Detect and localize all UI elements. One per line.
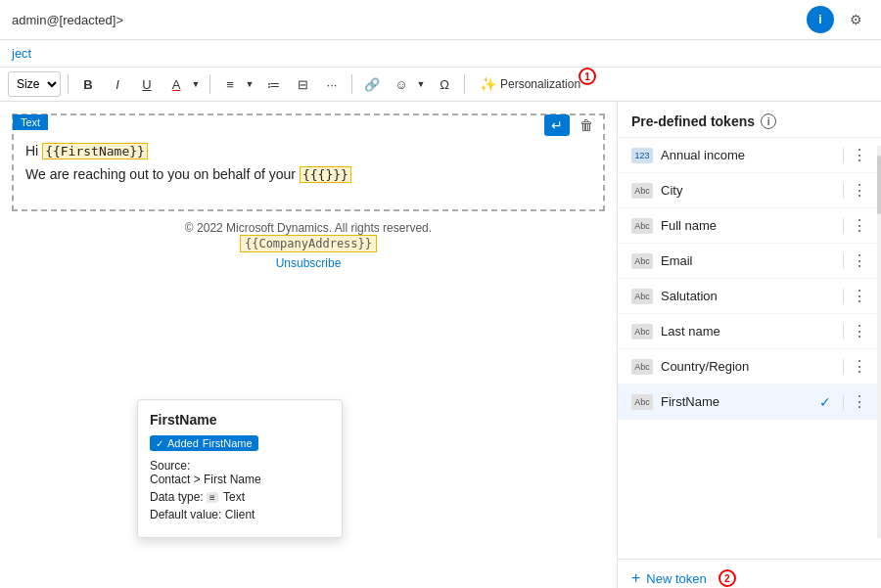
emoji-group: ☺ ▼ [389,71,428,97]
token-more-first-name[interactable]: ⋮ [852,392,867,411]
tooltip-datatype-label: Data type: [150,490,204,504]
token-more-salutation[interactable]: ⋮ [852,287,867,305]
footer-company-token: {{CompanyAddress}} [22,235,595,252]
tooltip-datatype-icon: ≡ [207,492,218,503]
text-line-2: We are reaching out to you on behalf of … [25,166,591,182]
subject-label: ject [12,46,31,61]
tooltip-default-row: Default value: Client [150,508,330,521]
tooltip-default-label: Default value: [150,508,221,521]
panel-scrollbar[interactable] [877,146,881,538]
personalization-button[interactable]: ✨ Personalization 1 [472,73,588,95]
tooltip-source-value: Contact > First Name [150,473,261,486]
token-name-city: City [661,183,835,198]
token-name-email: Email [661,253,835,268]
token-divider-last-name [843,324,844,339]
incomplete-token: {{{}}} [300,166,351,183]
align-button[interactable]: ≡ [217,71,243,97]
tooltip-default-value: Client [225,508,255,521]
token-item-salutation[interactable]: Abc Salutation ⋮ [618,279,881,314]
token-more-city[interactable]: ⋮ [852,181,867,200]
link-button[interactable]: 🔗 [359,71,385,97]
font-color-group: A ▼ [163,71,203,97]
align-group: ≡ ▼ [217,71,256,97]
toolbar-divider-3 [351,74,352,94]
text-content: Hi {{FirstName}} We are reaching out to … [25,143,591,182]
token-icon-city: Abc [631,183,653,199]
token-divider-country-region [843,359,844,375]
token-more-annual-income[interactable]: ⋮ [852,146,867,164]
tooltip-badge: ✓ Added FirstName [150,435,258,451]
personalization-badge: 1 [579,68,596,85]
text-block-actions: ↵ 🗑 [544,114,599,136]
size-select[interactable]: Size [8,71,61,97]
tooltip-added-name: FirstName [203,437,253,449]
settings-button[interactable]: ⚙ [842,6,869,33]
top-bar: admin@[redacted]> i ⚙ [0,0,881,40]
token-more-full-name[interactable]: ⋮ [852,216,867,235]
token-item-city[interactable]: Abc City ⋮ [618,173,881,208]
first-name-token: {{FirstName}} [42,143,148,159]
tooltip-added-label: Added [167,437,199,449]
new-token-label: New token [646,571,706,586]
token-item-last-name[interactable]: Abc Last name ⋮ [618,314,881,349]
token-divider-salutation [843,289,844,304]
token-icon-salutation: Abc [631,289,653,304]
user-email: admin@[redacted]> [12,13,123,27]
toolbar: Size B I U A ▼ ≡ ▼ ≔ ⊟ ··· 🔗 ☺ ▼ Ω ✨ Per… [0,68,881,102]
text-block-label: Text [13,114,48,130]
font-color-button[interactable]: A [163,71,189,97]
panel-title: Pre-defined tokens [631,113,755,129]
omega-button[interactable]: Ω [432,71,457,97]
panel-info-icon[interactable]: i [761,113,776,129]
tooltip-title: FirstName [150,412,330,428]
token-item-country-region[interactable]: Abc Country/Region ⋮ [618,349,881,384]
emoji-button[interactable]: ☺ [389,71,414,97]
toolbar-divider-1 [68,74,69,94]
footer-area: © 2022 Microsoft Dynamics. All rights re… [12,211,605,280]
emoji-dropdown[interactable]: ▼ [414,71,428,97]
token-icon-last-name: Abc [631,324,653,339]
info-button[interactable]: i [807,6,834,33]
token-item-annual-income[interactable]: 123 Annual income ⋮ [618,138,881,173]
token-name-salutation: Salutation [661,289,835,303]
token-more-country-region[interactable]: ⋮ [852,357,867,376]
panel-footer: + New token 2 [618,559,881,588]
text-line-1: Hi {{FirstName}} [25,143,591,158]
personalization-icon: ✨ [480,76,496,92]
token-item-email[interactable]: Abc Email ⋮ [618,244,881,279]
panel-header: Pre-defined tokens i [618,102,881,138]
token-item-first-name[interactable]: Abc FirstName ✓ ⋮ [618,384,881,420]
underline-button[interactable]: U [134,71,160,97]
token-tooltip: FirstName ✓ Added FirstName Source: Cont… [137,399,343,539]
token-divider-email [843,253,844,269]
token-icon-email: Abc [631,253,653,269]
text-return-button[interactable]: ↵ [544,114,570,136]
token-icon-annual-income: 123 [631,148,653,163]
token-divider-first-name [843,394,844,410]
more-button[interactable]: ··· [319,71,345,97]
token-list: 123 Annual income ⋮ Abc City ⋮ Abc Full … [618,138,881,559]
plus-icon: + [631,570,640,586]
new-token-button[interactable]: + New token 2 [631,569,867,587]
text-delete-button[interactable]: 🗑 [574,114,599,136]
font-color-dropdown[interactable]: ▼ [189,71,203,97]
unsubscribe-link[interactable]: Unsubscribe [22,256,595,270]
token-item-full-name[interactable]: Abc Full name ⋮ [618,208,881,244]
scrollbar-thumb [877,156,881,214]
text-reaching: We are reaching out to you on behalf of … [25,166,300,182]
token-icon-full-name: Abc [631,218,653,234]
list2-button[interactable]: ⊟ [290,71,315,97]
token-icon-first-name: Abc [631,394,653,410]
tooltip-datatype-row: Data type: ≡ Text [150,490,330,504]
bold-button[interactable]: B [75,71,101,97]
text-block[interactable]: Text ↵ 🗑 Hi {{FirstName}} We are reachin… [12,113,605,211]
token-more-email[interactable]: ⋮ [852,251,867,270]
align-dropdown[interactable]: ▼ [243,71,256,97]
token-name-annual-income: Annual income [661,148,835,162]
italic-button[interactable]: I [105,71,130,97]
token-name-full-name: Full name [661,218,835,233]
token-more-last-name[interactable]: ⋮ [852,322,867,340]
toolbar-divider-4 [464,74,465,94]
company-address-token: {{CompanyAddress}} [240,235,377,252]
list-button[interactable]: ≔ [260,71,286,97]
